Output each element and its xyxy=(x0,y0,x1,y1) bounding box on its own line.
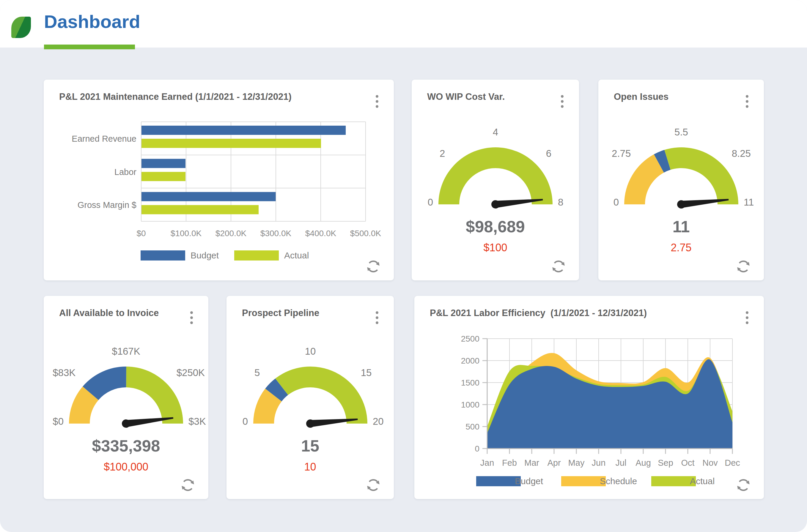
refresh-button[interactable] xyxy=(180,478,195,493)
leaf-logo-icon xyxy=(11,17,31,38)
svg-text:Feb: Feb xyxy=(502,458,517,468)
card-open-issues: 02.755.58.2511 Open Issues 11 2.75 xyxy=(598,80,764,280)
dashboard-app: Dashboard $0$100.0K$200.0K$300.0K$400.0K… xyxy=(0,0,807,532)
svg-text:0: 0 xyxy=(475,444,479,453)
svg-text:Mar: Mar xyxy=(524,458,539,468)
svg-text:Jul: Jul xyxy=(615,458,626,468)
svg-text:$83K: $83K xyxy=(53,367,75,378)
svg-text:Aug: Aug xyxy=(636,458,651,468)
kebab-menu-button[interactable] xyxy=(374,93,380,110)
svg-text:5: 5 xyxy=(254,367,260,378)
svg-text:$0: $0 xyxy=(136,229,146,238)
card-title: Prospect Pipeline xyxy=(242,308,319,319)
svg-text:Gross Margin $: Gross Margin $ xyxy=(78,200,136,210)
svg-text:Budget: Budget xyxy=(515,476,543,486)
refresh-button[interactable] xyxy=(736,478,751,493)
svg-text:4: 4 xyxy=(493,127,498,137)
svg-text:8: 8 xyxy=(558,197,563,208)
refresh-icon xyxy=(366,478,381,493)
card-prospect-pipeline: 05101520 Prospect Pipeline 15 10 xyxy=(226,296,394,499)
gauge-value: $335,398 xyxy=(44,437,208,455)
card-title: P&L 2021 Labor Efficiency (1/1/2021 - 12… xyxy=(430,308,647,319)
app-header: Dashboard xyxy=(0,0,807,48)
svg-text:$3K: $3K xyxy=(188,416,206,427)
svg-text:Oct: Oct xyxy=(681,458,694,468)
svg-text:$400.0K: $400.0K xyxy=(305,229,336,238)
kebab-menu-button[interactable] xyxy=(188,309,195,326)
svg-text:0: 0 xyxy=(428,197,433,208)
svg-text:$100.0K: $100.0K xyxy=(171,229,202,238)
card-title: Open Issues xyxy=(614,92,668,102)
svg-text:Budget: Budget xyxy=(190,250,219,260)
svg-text:$167K: $167K xyxy=(112,346,140,357)
svg-text:May: May xyxy=(568,458,585,468)
refresh-icon xyxy=(180,478,195,493)
svg-text:1500: 1500 xyxy=(461,378,479,387)
card-labor-efficiency: 05001000150020002500JanFebMarAprMayJunJu… xyxy=(414,296,764,499)
svg-text:Jun: Jun xyxy=(592,458,606,468)
svg-text:$500.0K: $500.0K xyxy=(350,229,381,238)
page-title: Dashboard xyxy=(44,12,140,32)
legend-swatch[interactable] xyxy=(651,476,696,486)
gauge-target-value: $100,000 xyxy=(44,461,208,473)
svg-text:Actual: Actual xyxy=(284,250,309,260)
svg-text:1000: 1000 xyxy=(461,400,479,409)
kebab-menu-button[interactable] xyxy=(744,309,750,326)
kebab-menu-button[interactable] xyxy=(744,93,750,110)
svg-text:Apr: Apr xyxy=(547,458,561,468)
svg-text:10: 10 xyxy=(305,346,316,357)
labor-efficiency-area-chart: 05001000150020002500JanFebMarAprMayJunJu… xyxy=(414,296,764,499)
gauge-target-value: $100 xyxy=(412,242,579,254)
maintenance-earned-bar-chart: $0$100.0K$200.0K$300.0K$400.0K$500.0KEar… xyxy=(44,80,394,280)
gauge-value: $98,689 xyxy=(412,218,579,235)
refresh-button[interactable] xyxy=(551,259,566,274)
svg-text:15: 15 xyxy=(361,367,372,378)
refresh-button[interactable] xyxy=(366,478,381,493)
svg-text:$250K: $250K xyxy=(177,367,205,378)
refresh-icon xyxy=(736,478,751,493)
gauge-target-value: 2.75 xyxy=(598,242,764,254)
gauge-value: 15 xyxy=(226,437,394,455)
legend-swatch[interactable] xyxy=(234,250,279,261)
refresh-icon xyxy=(736,259,751,274)
svg-text:0: 0 xyxy=(242,416,248,427)
svg-text:$0: $0 xyxy=(53,416,63,427)
card-title: P&L 2021 Maintenance Earned (1/1/2021 - … xyxy=(59,92,292,102)
kebab-menu-button[interactable] xyxy=(559,93,565,110)
refresh-icon xyxy=(551,259,566,274)
svg-text:20: 20 xyxy=(373,416,384,427)
card-maintenance-earned: $0$100.0K$200.0K$300.0K$400.0K$500.0KEar… xyxy=(44,80,394,280)
svg-text:Earned Revenue: Earned Revenue xyxy=(72,134,136,144)
svg-text:Actual: Actual xyxy=(690,476,715,486)
gauge-target-value: 10 xyxy=(226,461,394,473)
svg-text:11: 11 xyxy=(744,197,754,208)
svg-text:Labor: Labor xyxy=(114,167,137,177)
kebab-menu-button[interactable] xyxy=(374,309,380,326)
svg-text:5.5: 5.5 xyxy=(675,127,688,137)
svg-text:Jan: Jan xyxy=(480,458,494,468)
svg-text:Schedule: Schedule xyxy=(600,476,637,486)
card-wo-wip-cost-var: 02468 WO WIP Cost Var. $98,689 $100 xyxy=(412,80,579,280)
svg-text:2000: 2000 xyxy=(461,356,479,365)
svg-text:500: 500 xyxy=(465,422,479,431)
legend-swatch[interactable] xyxy=(561,476,606,486)
card-all-available-to-invoice: $0$83K$167K$250K$3K All Available to Inv… xyxy=(44,296,208,499)
svg-text:2: 2 xyxy=(440,148,445,159)
title-underline xyxy=(44,44,135,49)
svg-text:0: 0 xyxy=(613,197,619,208)
refresh-button[interactable] xyxy=(366,259,381,274)
refresh-button[interactable] xyxy=(736,259,751,274)
card-title: WO WIP Cost Var. xyxy=(427,92,505,102)
svg-text:$300.0K: $300.0K xyxy=(260,229,292,238)
svg-text:8.25: 8.25 xyxy=(732,148,751,159)
svg-text:2500: 2500 xyxy=(461,334,479,343)
svg-text:2.75: 2.75 xyxy=(612,148,631,159)
svg-text:Dec: Dec xyxy=(725,458,740,468)
legend-swatch[interactable] xyxy=(476,476,521,486)
svg-text:$200.0K: $200.0K xyxy=(216,229,247,238)
svg-text:Nov: Nov xyxy=(702,458,718,468)
legend-swatch[interactable] xyxy=(141,250,185,261)
card-title: All Available to Invoice xyxy=(59,308,159,319)
svg-text:Sep: Sep xyxy=(658,458,673,468)
refresh-icon xyxy=(366,259,381,274)
